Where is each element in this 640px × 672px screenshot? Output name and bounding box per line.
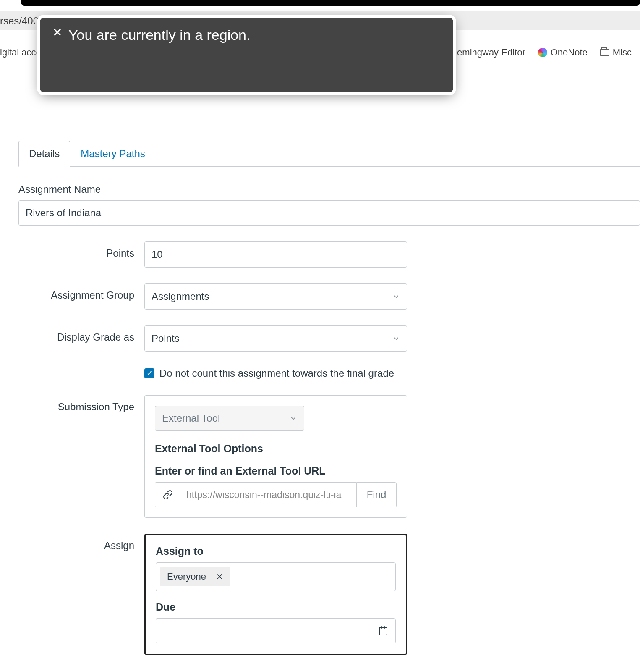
url-value: https://wisconsin--madison.quiz-lti-ia <box>186 489 341 501</box>
bookmark-label: emingway Editor <box>457 47 525 58</box>
checkbox-checked-icon[interactable]: ✓ <box>144 368 154 378</box>
tag-label: Everyone <box>167 571 206 582</box>
svg-rect-0 <box>379 627 387 635</box>
bookmark-digital-access[interactable]: igital acce <box>0 47 41 58</box>
do-not-count-checkbox-row[interactable]: ✓ Do not count this assignment towards t… <box>144 368 640 379</box>
submission-type-panel: External Tool External Tool Options Ente… <box>144 395 407 518</box>
bookmark-misc[interactable]: Misc <box>600 47 632 58</box>
assign-label: Assign <box>18 534 144 551</box>
bookmark-label: Misc <box>613 47 632 58</box>
due-date-input[interactable] <box>156 618 371 643</box>
find-button[interactable]: Find <box>356 482 397 507</box>
tab-label: Mastery Paths <box>81 148 145 159</box>
external-tool-url-input[interactable]: https://wisconsin--madison.quiz-lti-ia <box>180 482 356 507</box>
select-value: Assignments <box>152 291 209 302</box>
submission-type-label: Submission Type <box>18 395 144 413</box>
bookmark-label: OneNote <box>551 47 588 58</box>
points-label: Points <box>18 242 144 259</box>
assignment-group-select[interactable]: Assignments <box>144 284 407 310</box>
link-icon <box>155 482 180 507</box>
checkbox-label: Do not count this assignment towards the… <box>159 368 394 379</box>
due-heading: Due <box>156 601 396 613</box>
tab-list: Details Mastery Paths <box>18 141 640 167</box>
assignment-name-input[interactable] <box>18 200 640 226</box>
chevron-down-icon <box>392 293 400 300</box>
display-grade-select[interactable]: Points <box>144 326 407 352</box>
assignment-name-label: Assignment Name <box>18 184 640 195</box>
select-value: Points <box>152 333 180 344</box>
bookmark-label: igital acce <box>0 47 41 58</box>
select-value: External Tool <box>162 412 220 424</box>
external-tool-options-heading: External Tool Options <box>155 443 397 455</box>
remove-tag-icon[interactable]: ✕ <box>213 572 227 582</box>
assign-panel: Assign to Everyone ✕ Due <box>144 534 407 655</box>
chevron-down-icon <box>392 335 400 342</box>
assignment-group-label: Assignment Group <box>18 284 144 301</box>
assign-to-heading: Assign to <box>156 545 396 557</box>
submission-type-select[interactable]: External Tool <box>155 406 304 431</box>
url-fragment: rses/400 <box>0 15 39 26</box>
button-label: Find <box>367 489 387 501</box>
assign-to-tag: Everyone ✕ <box>160 567 230 586</box>
external-tool-url-group: https://wisconsin--madison.quiz-lti-ia F… <box>155 482 397 507</box>
assign-to-input[interactable]: Everyone ✕ <box>156 562 396 591</box>
calendar-button[interactable] <box>371 618 396 643</box>
bookmark-hemingway[interactable]: emingway Editor <box>457 47 525 58</box>
chevron-down-icon <box>290 415 297 422</box>
external-tool-url-heading: Enter or find an External Tool URL <box>155 465 397 477</box>
tab-details[interactable]: Details <box>18 141 70 167</box>
folder-icon <box>600 49 609 56</box>
tab-label: Details <box>29 148 60 159</box>
region-toast: ✕ You are currently in a region. <box>40 18 453 92</box>
due-date-group <box>156 618 396 643</box>
toast-message: You are currently in a region. <box>68 27 250 43</box>
points-input[interactable] <box>144 242 407 268</box>
display-grade-label: Display Grade as <box>18 326 144 343</box>
calendar-icon <box>378 626 388 636</box>
onenote-icon <box>538 48 547 57</box>
close-icon[interactable]: ✕ <box>52 27 62 39</box>
tab-mastery-paths[interactable]: Mastery Paths <box>70 141 155 166</box>
bookmark-onenote[interactable]: OneNote <box>538 47 588 58</box>
window-titlebar <box>21 0 640 6</box>
